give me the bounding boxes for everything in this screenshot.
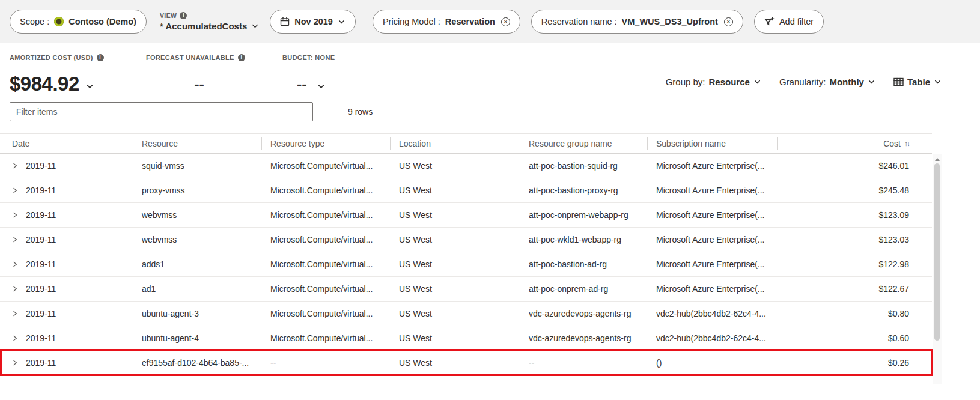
cost-table: Date Resource Resource type Location Res… [0, 133, 942, 375]
granularity-label: Granularity: [779, 77, 826, 87]
cell-location: US West [391, 235, 520, 244]
cell-cost: $122.98 [778, 252, 932, 276]
group-by-dropdown[interactable]: Group by: Resource [666, 77, 761, 87]
cell-resource-group: -- [520, 358, 648, 368]
column-header-location[interactable]: Location [391, 137, 520, 150]
view-label: VIEW [160, 12, 177, 19]
expand-row-icon[interactable] [12, 187, 18, 193]
remove-pricing-filter-icon[interactable]: ✕ [501, 17, 510, 26]
cell-location: US West [391, 333, 520, 343]
cell-resource: webvmss [133, 210, 262, 220]
expand-row-icon[interactable] [12, 237, 18, 243]
scope-pill[interactable]: Scope : Contoso (Demo) [10, 10, 147, 34]
granularity-dropdown[interactable]: Granularity: Monthly [779, 77, 875, 87]
add-filter-button[interactable]: Add filter [754, 10, 824, 34]
cell-subscription: Microsoft Azure Enterprise(... [648, 186, 778, 195]
table-row[interactable]: 2019-11 proxy-vmss Microsoft.Compute/vir… [0, 178, 932, 203]
cell-subscription: vdc2-hub(2bbc4db2-62c4-4... [648, 333, 778, 343]
amortized-cost-kpi[interactable]: AMORTIZED COST (USD) i $984.92 [10, 54, 146, 94]
expand-row-icon[interactable] [12, 335, 18, 341]
pricing-model-pill[interactable]: Pricing Model : Reservation ✕ [373, 10, 520, 34]
cell-cost: $123.03 [778, 228, 932, 252]
cell-resource-group: vdc-azuredevops-agents-rg [520, 309, 648, 318]
add-filter-icon [764, 17, 775, 26]
amortized-cost-value: $984.92 [10, 74, 79, 94]
table-body: 2019-11 squid-vmss Microsoft.Compute/vir… [0, 154, 932, 375]
group-by-label: Group by: [666, 77, 705, 87]
vertical-scrollbar[interactable] [933, 154, 942, 384]
table-row[interactable]: 2019-11 webvmss Microsoft.Compute/virtua… [0, 203, 932, 228]
scrollbar-thumb[interactable] [934, 163, 940, 341]
sort-icon[interactable]: ↑↓ [904, 139, 909, 148]
table-row[interactable]: 2019-11 ubuntu-agent-3 Microsoft.Compute… [0, 302, 932, 326]
table-row[interactable]: 2019-11 squid-vmss Microsoft.Compute/vir… [0, 154, 932, 178]
table-row[interactable]: 2019-11 adds1 Microsoft.Compute/virtual.… [0, 252, 932, 277]
forecast-info-icon[interactable]: i [238, 54, 245, 61]
view-selector[interactable]: VIEW i * AccumulatedCosts [160, 12, 259, 31]
cell-date: 2019-11 [26, 259, 56, 269]
cell-date: 2019-11 [26, 186, 56, 195]
cell-cost: $122.67 [778, 277, 932, 301]
expand-row-icon[interactable] [12, 286, 18, 292]
forecast-label: FORECAST UNAVAILABLE [146, 54, 234, 61]
cell-subscription: Microsoft Azure Enterprise(... [648, 210, 778, 220]
add-filter-label: Add filter [779, 17, 814, 26]
reservation-name-label: Reservation name : [541, 17, 617, 26]
scroll-up-icon[interactable] [935, 158, 940, 161]
cell-date: 2019-11 [26, 235, 56, 244]
cell-subscription: Microsoft Azure Enterprise(... [648, 161, 778, 171]
table-row[interactable]: 2019-11 ad1 Microsoft.Compute/virtual...… [0, 277, 932, 302]
cell-cost: $245.48 [778, 178, 932, 202]
chevron-down-icon [251, 22, 259, 30]
pricing-model-label: Pricing Model : [383, 17, 440, 26]
cell-resource-type: Microsoft.Compute/virtual... [262, 161, 391, 171]
column-header-date[interactable]: Date [0, 137, 133, 150]
chevron-down-icon[interactable] [317, 82, 326, 91]
table-row[interactable]: 2019-11 ef9155af-d102-4b64-ba85-... -- U… [0, 351, 932, 375]
table-controls: Group by: Resource Granularity: Monthly … [666, 54, 942, 94]
view-info-icon[interactable]: i [180, 12, 187, 19]
table-header: Date Resource Resource type Location Res… [0, 133, 932, 154]
expand-row-icon[interactable] [12, 261, 18, 267]
budget-kpi[interactable]: BUDGET: NONE -- [282, 54, 335, 94]
table-icon [893, 77, 904, 86]
table-row[interactable]: 2019-11 webvmss Microsoft.Compute/virtua… [0, 228, 932, 252]
cell-resource-type: Microsoft.Compute/virtual... [262, 210, 391, 220]
cell-resource: adds1 [133, 259, 262, 269]
expand-row-icon[interactable] [12, 212, 18, 218]
table-row[interactable]: 2019-11 ubuntu-agent-4 Microsoft.Compute… [0, 326, 932, 351]
cell-resource-group: att-poc-bastion-ad-rg [520, 259, 648, 269]
chevron-down-icon[interactable] [85, 82, 94, 91]
cell-date: 2019-11 [26, 309, 56, 318]
cell-location: US West [391, 186, 520, 195]
column-header-resource[interactable]: Resource [133, 137, 262, 150]
expand-row-icon[interactable] [12, 311, 18, 317]
column-header-subscription[interactable]: Subscription name [648, 137, 778, 150]
column-header-resource-group[interactable]: Resource group name [520, 137, 648, 150]
remove-reservation-filter-icon[interactable]: ✕ [724, 17, 733, 26]
reservation-name-pill[interactable]: Reservation name : VM_WUS_DS3_Upfront ✕ [531, 10, 743, 34]
date-range-value: Nov 2019 [294, 17, 333, 26]
cell-resource: proxy-vmss [133, 186, 262, 195]
chevron-down-icon [753, 78, 761, 86]
cell-date: 2019-11 [26, 333, 56, 343]
budget-value: -- [297, 77, 307, 94]
cell-location: US West [391, 259, 520, 269]
amortized-info-icon[interactable]: i [97, 54, 104, 61]
cell-resource-group: att-poc-onprem-ad-rg [520, 284, 648, 294]
cell-resource: ad1 [133, 284, 262, 294]
date-range-pill[interactable]: Nov 2019 [270, 10, 356, 34]
view-mode-value: Table [907, 77, 930, 87]
expand-row-icon[interactable] [12, 360, 18, 366]
scope-value: Contoso (Demo) [68, 17, 136, 26]
column-header-resource-type[interactable]: Resource type [262, 137, 391, 150]
cost-analysis-page: Scope : Contoso (Demo) VIEW i * Accumula… [0, 0, 980, 400]
filter-items-input[interactable] [10, 102, 313, 121]
cell-resource-type: Microsoft.Compute/virtual... [262, 259, 391, 269]
expand-row-icon[interactable] [12, 163, 18, 169]
cell-location: US West [391, 284, 520, 294]
chevron-down-icon [338, 18, 345, 26]
rows-count: 9 rows [348, 107, 373, 117]
column-header-cost[interactable]: Cost ↑↓ [778, 137, 932, 150]
view-mode-dropdown[interactable]: Table [893, 77, 942, 87]
